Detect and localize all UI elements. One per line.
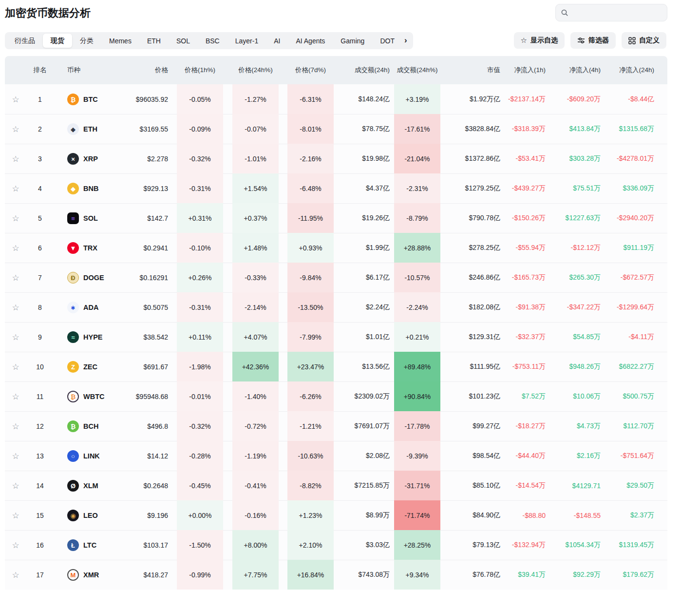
tab-ETH[interactable]: ETH bbox=[139, 34, 169, 48]
tab-Memes[interactable]: Memes bbox=[101, 34, 139, 48]
table-row-HYPE[interactable]: ☆9≈HYPE$38.542+0.11%+4.07%-7.99%$1.01亿+0… bbox=[5, 322, 667, 352]
market-cap-cell: $790.78亿 bbox=[440, 203, 500, 233]
table-row-TRX[interactable]: ☆6▼TRX$0.2941-0.10%+1.48%+0.93%$1.99亿+28… bbox=[5, 233, 667, 263]
spacer bbox=[390, 292, 394, 322]
table-row-LTC[interactable]: ☆16ŁLTC$103.17-1.50%+8.00%+2.10%$3.03亿+2… bbox=[5, 530, 667, 560]
table-row-BTC[interactable]: ☆1₿BTC$96035.92-0.05%-1.27%-6.31%$148.24… bbox=[5, 84, 667, 114]
favorite-star-icon[interactable]: ☆ bbox=[12, 363, 19, 371]
tab-AI[interactable]: AI bbox=[266, 34, 288, 48]
favorite-cell: ☆ bbox=[5, 411, 26, 441]
favorite-star-icon[interactable]: ☆ bbox=[12, 125, 19, 133]
tab-衍生品[interactable]: 衍生品 bbox=[7, 34, 43, 48]
tab-Gaming[interactable]: Gaming bbox=[333, 34, 372, 48]
tabs-overflow-chevron-icon[interactable]: › bbox=[402, 36, 411, 46]
column-header-in_24h[interactable]: 净流入(24h) bbox=[601, 56, 654, 84]
favorite-star-icon[interactable]: ☆ bbox=[12, 274, 19, 282]
coin-cell: ◆BNB bbox=[54, 173, 117, 203]
spacer bbox=[279, 203, 287, 233]
filter-label: 筛选器 bbox=[588, 36, 609, 45]
table-row-WBTC[interactable]: ☆11₿WBTC$95948.68-0.01%-1.40%-6.26%$2309… bbox=[5, 381, 667, 411]
favorite-star-icon[interactable]: ☆ bbox=[12, 244, 19, 252]
show-favorites-button[interactable]: ☆ 显示自选 bbox=[514, 32, 565, 49]
column-header-pct_7d[interactable]: 价格(7d%) bbox=[287, 56, 334, 84]
coin-symbol: BCH bbox=[83, 422, 98, 430]
column-header-in_1h[interactable]: 净流入(1h) bbox=[500, 56, 546, 84]
table-row-LINK[interactable]: ☆13○LINK$14.12-0.28%-1.19%-10.63%$2.08亿-… bbox=[5, 441, 667, 471]
favorite-star-icon[interactable]: ☆ bbox=[12, 541, 19, 550]
table-row-ZEC[interactable]: ☆10ZZEC$691.67-1.98%+42.36%+23.47%$13.56… bbox=[5, 352, 667, 381]
filter-button[interactable]: 筛选器 bbox=[570, 32, 616, 49]
table-row-LEO[interactable]: ☆15◉LEO$9.196+0.00%-0.16%+1.23%$8.99万-71… bbox=[5, 500, 667, 530]
spacer bbox=[390, 322, 394, 352]
pct-7d-cell: -1.21% bbox=[287, 411, 334, 441]
coin-symbol: XMR bbox=[83, 571, 99, 579]
column-header-coin[interactable]: 币种 bbox=[54, 56, 117, 84]
price-cell: $929.13 bbox=[117, 173, 169, 203]
table-row-ADA[interactable]: ☆8∗ADA$0.5075-0.31%-2.14%-13.50%$2.24亿-2… bbox=[5, 292, 667, 322]
tab-DOT[interactable]: DOT bbox=[372, 34, 402, 48]
column-header-price[interactable]: 价格 bbox=[117, 56, 169, 84]
favorite-star-icon[interactable]: ☆ bbox=[12, 304, 19, 312]
favorite-star-icon[interactable]: ☆ bbox=[12, 422, 19, 431]
column-header-vol[interactable]: 成交额(24h) bbox=[334, 56, 390, 84]
favorite-star-icon[interactable]: ☆ bbox=[12, 571, 19, 579]
coin-symbol: LTC bbox=[83, 541, 96, 549]
pct-24h-cell: -0.72% bbox=[232, 411, 279, 441]
table-row-SOL[interactable]: ☆5≡SOL$142.7+0.31%+0.37%-11.95%$19.26亿-8… bbox=[5, 203, 667, 233]
tab-AI Agents[interactable]: AI Agents bbox=[288, 34, 333, 48]
favorite-star-icon[interactable]: ☆ bbox=[12, 95, 19, 104]
net-inflow-4h-cell: -$148.55 bbox=[546, 500, 601, 530]
pct-24h-cell: +4.07% bbox=[232, 322, 279, 352]
tab-BSC[interactable]: BSC bbox=[198, 34, 227, 48]
volume-24h-cell: $1.99亿 bbox=[334, 233, 390, 263]
table-row-XLM[interactable]: ☆14ØXLM$0.2648-0.45%-0.41%-8.82%$7215.85… bbox=[5, 471, 667, 500]
favorite-star-icon[interactable]: ☆ bbox=[12, 155, 19, 163]
coin-cell: ŁLTC bbox=[54, 530, 117, 560]
spacer bbox=[169, 381, 177, 411]
pct-1h-cell: -0.31% bbox=[177, 292, 223, 322]
tab-现货[interactable]: 现货 bbox=[43, 34, 72, 48]
spacer bbox=[279, 500, 287, 530]
spacer bbox=[223, 530, 232, 560]
table-row-DOGE[interactable]: ☆7ÐDOGE$0.16291+0.26%-0.33%-9.84%$6.17亿-… bbox=[5, 263, 667, 292]
favorite-star-icon[interactable]: ☆ bbox=[12, 482, 19, 490]
column-header-in_4h[interactable]: 净流入(4h) bbox=[546, 56, 601, 84]
market-cap-cell: $1.92万亿 bbox=[440, 84, 500, 114]
table-row-XMR[interactable]: ☆17MXMR$418.27-0.99%+7.75%+16.84%$743.08… bbox=[5, 560, 667, 590]
favorite-star-icon[interactable]: ☆ bbox=[12, 333, 19, 342]
filter-sliders-icon bbox=[577, 37, 585, 44]
column-header-mcap[interactable]: 市值 bbox=[440, 56, 500, 84]
search-box[interactable] bbox=[555, 4, 667, 21]
favorite-star-icon[interactable]: ☆ bbox=[12, 512, 19, 520]
volume-24h-cell: $4.37亿 bbox=[334, 173, 390, 203]
table-row-ETH[interactable]: ☆2◆ETH$3169.55-0.09%-0.07%-8.01%$78.75亿-… bbox=[5, 114, 667, 144]
link-coin-icon: ○ bbox=[67, 450, 79, 462]
vol-pct-cell: -21.04% bbox=[394, 144, 440, 173]
net-inflow-24h-cell: $6822.27万 bbox=[601, 352, 654, 381]
tab-分类[interactable]: 分类 bbox=[72, 34, 101, 48]
tab-SOL[interactable]: SOL bbox=[169, 34, 198, 48]
net-inflow-4h-cell: $92.29万 bbox=[546, 560, 601, 590]
spacer bbox=[654, 203, 667, 233]
vol-pct-cell: +9.34% bbox=[394, 560, 440, 590]
vol-pct-cell: -9.39% bbox=[394, 441, 440, 471]
spacer bbox=[169, 530, 177, 560]
coin-cell: ZZEC bbox=[54, 352, 117, 381]
column-header-vol_pct[interactable]: 成交额(24h%) bbox=[394, 56, 440, 84]
spacer bbox=[390, 471, 394, 500]
favorite-star-icon[interactable]: ☆ bbox=[12, 185, 19, 193]
pct-24h-cell: -1.27% bbox=[232, 84, 279, 114]
favorite-star-icon[interactable]: ☆ bbox=[12, 393, 19, 401]
column-header-pct_1h[interactable]: 价格(1h%) bbox=[177, 56, 223, 84]
customize-button[interactable]: 自定义 bbox=[622, 32, 666, 49]
column-header-rank[interactable]: 排名 bbox=[26, 56, 54, 84]
search-input[interactable] bbox=[572, 9, 662, 17]
tab-Layer-1[interactable]: Layer-1 bbox=[227, 34, 266, 48]
table-row-BCH[interactable]: ☆12₿BCH$496.8-0.32%-0.72%-1.21%$7691.07万… bbox=[5, 411, 667, 441]
table-row-BNB[interactable]: ☆4◆BNB$929.13-0.31%+1.54%-6.48%$4.37亿-2.… bbox=[5, 173, 667, 203]
favorite-star-icon[interactable]: ☆ bbox=[12, 214, 19, 223]
table-row-XRP[interactable]: ☆3×XRP$2.278-0.32%-1.01%-2.16%$19.98亿-21… bbox=[5, 144, 667, 173]
column-header-pct_24h[interactable]: 价格(24h%) bbox=[232, 56, 279, 84]
favorite-star-icon[interactable]: ☆ bbox=[12, 452, 19, 460]
pct-24h-cell: -1.19% bbox=[232, 441, 279, 471]
